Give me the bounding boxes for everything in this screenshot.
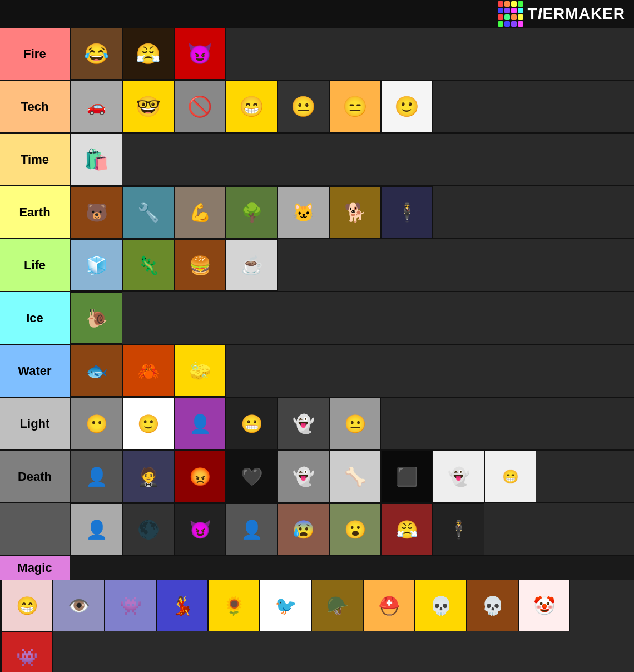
list-item[interactable]: 👤 <box>71 503 122 555</box>
list-item[interactable]: 👤 <box>226 503 278 555</box>
tier-label-tech: Tech <box>0 81 70 132</box>
tier-items-unnamed: 👤 🌑 😈 👤 😰 😮 😤 🕴️ <box>70 503 634 555</box>
list-item[interactable]: 🐻 <box>71 186 122 238</box>
list-item[interactable]: 👾 <box>1 631 53 672</box>
list-item[interactable]: 🕴️ <box>433 503 484 555</box>
tier-items-fire: 😂 😤 😈 <box>70 28 634 80</box>
list-item[interactable]: 💪 <box>174 186 226 238</box>
list-item[interactable]: ⛑️ <box>363 580 415 631</box>
list-item[interactable]: 👤 <box>71 451 122 502</box>
tier-label-death: Death <box>0 451 70 502</box>
logo-cell <box>511 1 517 7</box>
tier-row-death: Death 👤 🤵 😡 🖤 👻 🦴 ⬛ 👻 😁 <box>0 451 634 503</box>
list-item[interactable]: 😡 <box>174 451 226 502</box>
list-item[interactable]: ⬛ <box>381 451 433 502</box>
list-item[interactable]: 🐕 <box>329 186 381 238</box>
logo-cell <box>504 21 510 27</box>
list-item[interactable]: ☕ <box>226 239 278 291</box>
list-item[interactable]: 😁 <box>484 451 536 502</box>
list-item[interactable]: 🌑 <box>122 503 174 555</box>
list-item[interactable]: 🤵 <box>122 451 174 502</box>
list-item[interactable]: 🧽 <box>174 345 226 397</box>
list-item[interactable]: 👻 <box>278 451 329 502</box>
tier-row-fire: Fire 😂 😤 😈 <box>0 28 634 81</box>
list-item[interactable]: 🧊 <box>71 239 122 291</box>
tier-label-fire: Fire <box>0 28 70 80</box>
logo-text: TiERMAKER <box>528 5 625 23</box>
magic-row-2: 👾 <box>1 631 634 672</box>
logo-cell <box>511 14 517 20</box>
list-item[interactable]: 🙂 <box>122 398 174 449</box>
list-item[interactable]: 😈 <box>174 503 226 555</box>
list-item[interactable]: 😑 <box>329 81 381 132</box>
list-item[interactable]: 👾 <box>105 580 156 631</box>
list-item[interactable]: 👻 <box>278 398 329 449</box>
list-item[interactable]: 😤 <box>381 503 433 555</box>
tier-row-magic: Magic 😁 👁️ 👾 💃 🌻 🐦 🪖 ⛑️ 💀 💀 🤡 👾 <box>0 556 634 672</box>
tier-items-time: 🛍️ <box>70 134 634 185</box>
list-item[interactable]: 💀 <box>467 580 518 631</box>
logo-cell <box>518 21 523 27</box>
list-item[interactable]: 🐟 <box>71 345 122 397</box>
logo-cell <box>518 8 523 13</box>
list-item[interactable]: 🚫 <box>174 81 226 132</box>
list-item[interactable]: 💃 <box>156 580 208 631</box>
list-item[interactable]: 💀 <box>415 580 467 631</box>
tier-row-life: Life 🧊 🦎 🍔 ☕ <box>0 239 634 292</box>
list-item[interactable]: 😂 <box>71 28 122 80</box>
tier-label-life: Life <box>0 239 70 291</box>
list-item[interactable]: 😐 <box>278 81 329 132</box>
list-item[interactable]: 😈 <box>174 28 226 80</box>
list-item[interactable]: 🤡 <box>518 580 570 631</box>
logo-cell <box>498 21 503 27</box>
list-item[interactable]: 🌻 <box>208 580 260 631</box>
list-item[interactable]: 🌳 <box>226 186 278 238</box>
logo-cell <box>511 21 517 27</box>
list-item[interactable]: 😮 <box>329 503 381 555</box>
logo-cell <box>498 14 503 20</box>
list-item[interactable]: 🦴 <box>329 451 381 502</box>
list-item[interactable]: 🖤 <box>226 451 278 502</box>
logo-cell <box>498 1 503 7</box>
list-item[interactable]: 🐱 <box>278 186 329 238</box>
list-item[interactable]: 🐌 <box>71 292 122 344</box>
list-item[interactable]: 😁 <box>226 81 278 132</box>
list-item[interactable]: 😰 <box>278 503 329 555</box>
list-item[interactable]: 🤓 <box>122 81 174 132</box>
tier-row-water: Water 🐟 🦀 🧽 <box>0 345 634 398</box>
tier-label-light: Light <box>0 398 70 449</box>
list-item[interactable]: 🦎 <box>122 239 174 291</box>
logo-cell <box>518 14 523 20</box>
tier-label-ice: Ice <box>0 292 70 344</box>
logo-cell <box>504 14 510 20</box>
list-item[interactable]: 🔧 <box>122 186 174 238</box>
list-item[interactable]: 👻 <box>433 451 484 502</box>
list-item[interactable]: 😁 <box>1 580 53 631</box>
list-item[interactable]: 🐦 <box>260 580 311 631</box>
list-item[interactable]: 🚗 <box>71 81 122 132</box>
list-item[interactable]: 🕴️ <box>381 186 433 238</box>
tier-items-water: 🐟 🦀 🧽 <box>70 345 634 397</box>
list-item[interactable]: 😤 <box>122 28 174 80</box>
tier-items-tech: 🚗 🤓 🚫 😁 😐 😑 🙂 <box>70 81 634 132</box>
tier-label-earth: Earth <box>0 186 70 238</box>
list-item[interactable]: 🍔 <box>174 239 226 291</box>
list-item[interactable]: 👤 <box>174 398 226 449</box>
tier-row-unnamed: 👤 🌑 😈 👤 😰 😮 😤 🕴️ <box>0 503 634 556</box>
tier-row-time: Time 🛍️ <box>0 134 634 186</box>
tier-label-water: Water <box>0 345 70 397</box>
list-item[interactable]: 👁️ <box>53 580 105 631</box>
list-item[interactable]: 🦀 <box>122 345 174 397</box>
tier-row-earth: Earth 🐻 🔧 💪 🌳 🐱 🐕 🕴️ <box>0 186 634 239</box>
list-item[interactable]: 😐 <box>329 398 381 449</box>
tier-label-unnamed <box>0 503 70 555</box>
list-item[interactable]: 🪖 <box>311 580 363 631</box>
tier-label-magic: Magic <box>0 556 70 580</box>
logo-cell <box>518 1 523 7</box>
logo-grid-icon <box>498 1 523 27</box>
tier-items-death: 👤 🤵 😡 🖤 👻 🦴 ⬛ 👻 😁 <box>70 451 634 502</box>
list-item[interactable]: 😶 <box>71 398 122 449</box>
list-item[interactable]: 🛍️ <box>71 134 122 185</box>
list-item[interactable]: 🙂 <box>381 81 433 132</box>
list-item[interactable]: 😬 <box>226 398 278 449</box>
